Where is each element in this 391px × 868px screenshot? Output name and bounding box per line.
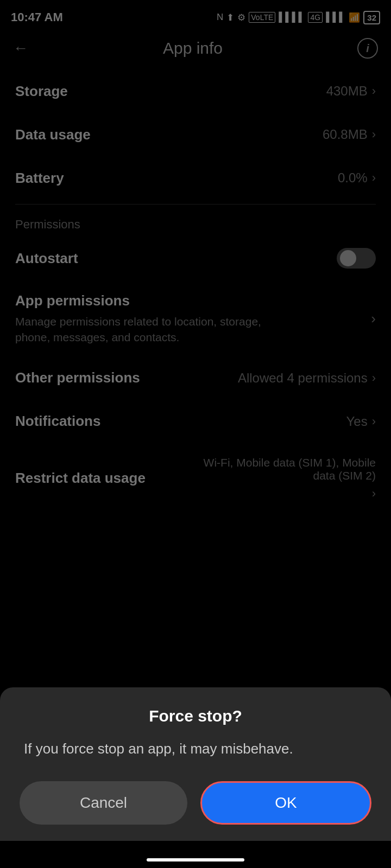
dialog-buttons: Cancel OK: [20, 781, 371, 825]
dialog-body: If you force stop an app, it may misbeha…: [20, 738, 371, 760]
cancel-button[interactable]: Cancel: [20, 781, 187, 825]
force-stop-dialog: Force stop? If you force stop an app, it…: [0, 687, 391, 841]
home-indicator: [147, 858, 244, 861]
ok-button[interactable]: OK: [200, 781, 371, 825]
dialog-title: Force stop?: [20, 707, 371, 725]
